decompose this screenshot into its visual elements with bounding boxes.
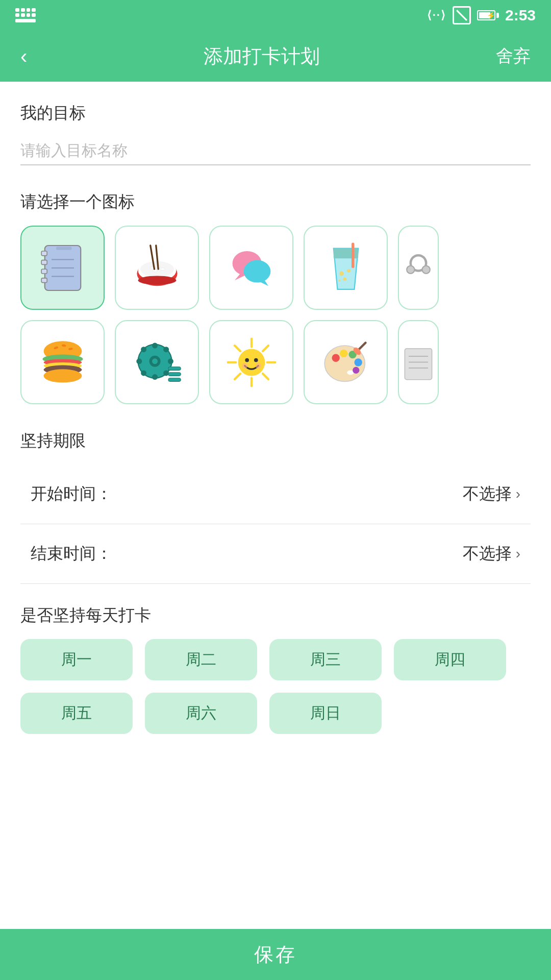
svg-rect-1 (41, 251, 47, 256)
svg-line-63 (235, 374, 240, 379)
day-wednesday[interactable]: 周三 (269, 639, 382, 680)
svg-point-46 (152, 374, 158, 380)
end-time-label: 结束时间： (31, 543, 112, 565)
svg-rect-53 (168, 366, 181, 370)
day-thursday[interactable]: 周四 (394, 639, 506, 680)
end-time-value: 不选择 › (463, 543, 520, 565)
icon-drink[interactable] (304, 226, 388, 310)
save-button[interactable]: 保存 (0, 929, 551, 980)
svg-point-66 (254, 358, 258, 362)
icon-rice[interactable] (115, 226, 199, 310)
svg-point-41 (43, 369, 82, 382)
svg-point-49 (141, 347, 146, 352)
day-saturday[interactable]: 周六 (145, 693, 257, 734)
signal-dots-icon: ⟨··⟩ (427, 9, 446, 22)
svg-point-75 (354, 358, 362, 366)
svg-point-64 (238, 349, 265, 376)
icon-sun[interactable] (209, 320, 293, 404)
icon-palette[interactable] (304, 320, 388, 404)
day-buttons-grid: 周一 周二 周三 周四 周五 周六 周日 (20, 639, 531, 734)
svg-rect-8 (56, 247, 71, 250)
day-tuesday[interactable]: 周二 (145, 639, 257, 680)
svg-line-60 (235, 346, 240, 351)
discard-button[interactable]: 舍弃 (496, 44, 531, 68)
svg-rect-54 (168, 372, 181, 376)
no-signal-icon (453, 6, 471, 24)
svg-rect-3 (41, 269, 47, 274)
svg-point-28 (338, 279, 340, 281)
svg-point-14 (160, 268, 165, 270)
goal-section-label: 我的目标 (20, 102, 531, 125)
header: ‹ 添加打卡计划 舍弃 (0, 31, 551, 82)
duration-label: 坚持期限 (20, 430, 531, 452)
daily-check-section: 是否坚持每天打卡 周一 周二 周三 周四 周五 周六 周日 (20, 604, 531, 734)
svg-rect-79 (405, 349, 432, 380)
svg-line-62 (263, 346, 268, 351)
icon-chat[interactable] (209, 226, 293, 310)
svg-rect-55 (168, 378, 181, 381)
day-friday[interactable]: 周五 (20, 693, 133, 734)
keyboard-icon (15, 8, 36, 22)
svg-point-48 (167, 358, 173, 364)
svg-rect-29 (352, 242, 355, 268)
svg-line-77 (358, 342, 365, 350)
status-bar: ⟨··⟩ ⚡ 2:53 (0, 0, 551, 31)
svg-point-18 (138, 276, 176, 285)
svg-point-50 (163, 347, 169, 352)
svg-point-32 (422, 266, 430, 274)
icon-section-label: 请选择一个图标 (20, 191, 531, 213)
svg-line-61 (263, 374, 268, 379)
icon-burger[interactable] (20, 320, 105, 404)
start-time-value: 不选择 › (463, 483, 520, 505)
svg-point-47 (136, 358, 142, 364)
chevron-right-icon-2: › (516, 546, 520, 562)
svg-point-51 (141, 370, 146, 376)
icon-more-1[interactable] (398, 226, 439, 310)
icon-row-1 (20, 226, 531, 310)
back-button[interactable]: ‹ (20, 46, 27, 66)
chevron-right-icon: › (516, 486, 520, 502)
status-bar-right: ⟨··⟩ ⚡ 2:53 (427, 6, 536, 24)
goal-section: 我的目标 (20, 102, 531, 165)
svg-point-68 (255, 363, 261, 369)
day-monday[interactable]: 周一 (20, 639, 133, 680)
icon-more-2[interactable] (398, 320, 439, 404)
icon-film[interactable] (115, 320, 199, 404)
icon-notebook[interactable] (20, 226, 105, 310)
svg-rect-24 (333, 248, 358, 258)
svg-point-26 (347, 269, 350, 273)
start-time-row[interactable]: 开始时间： 不选择 › (20, 464, 531, 524)
icon-grid (20, 226, 531, 404)
svg-point-73 (339, 349, 347, 357)
main-content: 我的目标 请选择一个图标 (0, 82, 551, 816)
svg-point-65 (245, 358, 249, 362)
time-display: 2:53 (505, 7, 536, 24)
svg-point-27 (343, 277, 346, 281)
svg-rect-4 (41, 278, 47, 282)
svg-point-45 (152, 342, 158, 348)
icon-row-2 (20, 320, 531, 404)
end-time-row[interactable]: 结束时间： 不选择 › (20, 524, 531, 584)
start-time-label: 开始时间： (31, 483, 112, 505)
svg-point-52 (163, 370, 169, 376)
goal-input[interactable] (20, 137, 531, 165)
svg-rect-2 (41, 260, 47, 264)
duration-section: 坚持期限 开始时间： 不选择 › 结束时间： 不选择 › (20, 430, 531, 584)
svg-point-76 (353, 366, 359, 373)
status-bar-left (15, 8, 36, 22)
daily-check-label: 是否坚持每天打卡 (20, 604, 531, 627)
svg-point-44 (152, 358, 158, 364)
save-area: 保存 (0, 929, 551, 980)
day-sunday[interactable]: 周日 (269, 693, 382, 734)
svg-point-72 (332, 354, 339, 361)
battery-icon: ⚡ (477, 10, 499, 20)
page-title: 添加打卡计划 (204, 43, 320, 69)
icon-select-section: 请选择一个图标 (20, 191, 531, 404)
svg-point-15 (153, 270, 157, 272)
svg-point-25 (339, 271, 343, 276)
svg-marker-22 (254, 279, 268, 286)
svg-point-67 (242, 363, 247, 369)
svg-point-31 (407, 266, 414, 274)
